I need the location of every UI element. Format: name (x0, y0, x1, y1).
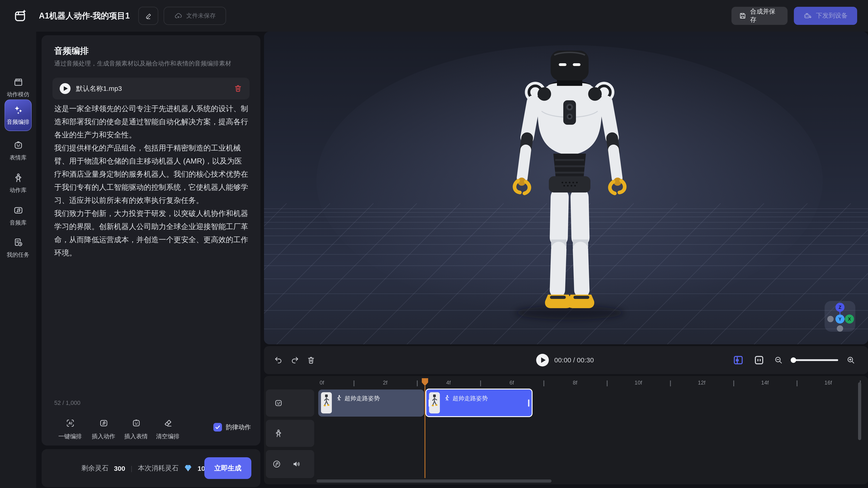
merge-save-label: 合成并保存 (750, 8, 780, 24)
app-logo-icon[interactable] (13, 8, 28, 24)
clip-trim-handle-left[interactable] (429, 399, 430, 407)
timeline-zoom-knob[interactable] (791, 357, 796, 363)
sidebar: 动作模仿 音频编排 表情库 动作库 音频库 (0, 32, 36, 488)
task-list-icon (13, 237, 23, 248)
sidebar-label: 我的任务 (0, 251, 36, 259)
delete-clip-button[interactable] (307, 356, 315, 365)
ruler-tick (797, 381, 797, 386)
motion-note-icon (99, 418, 108, 428)
ruler-tick (417, 381, 417, 386)
deploy-to-device-button[interactable]: 下发到设备 (794, 7, 857, 25)
ruler-tick (733, 381, 734, 386)
char-count: 52 / 1,000 (54, 399, 81, 406)
playback-toolbar: 00:00 / 00:30 (264, 346, 868, 374)
play-audio-button[interactable] (60, 83, 70, 94)
orientation-gizmo[interactable]: Z X Y (825, 301, 855, 332)
ruler-label: 6f (509, 380, 514, 386)
ruler-label: 0f (320, 380, 324, 386)
delete-audio-button[interactable] (234, 84, 242, 93)
sidebar-item-my-tasks[interactable]: 我的任务 (0, 237, 36, 259)
insert-expression-button[interactable]: 插入表情 (123, 418, 149, 441)
merge-save-button[interactable]: 合成并保存 (732, 7, 787, 25)
robot-face-icon (13, 140, 23, 151)
tool-label: 插入动作 (90, 432, 117, 441)
script-paragraph: 我们致力于创新，大力投资于研发，以突破人机协作和机器学习的界限。创新机器人公司助… (54, 207, 249, 259)
remaining-stones-value: 300 (114, 464, 125, 472)
track-header-motion[interactable] (266, 420, 314, 447)
walking-person-icon (336, 394, 342, 401)
timeline-panel: 0f 2f 4f 6f 8f 10f 12f 14f 16f (264, 376, 868, 484)
script-text-area[interactable]: 这是一家全球领先的公司专注于先进机器人系统的设计、制造和部署我们的使命是通过智能… (54, 102, 249, 259)
cloud-x-icon (174, 11, 183, 20)
viewport-scene (264, 32, 868, 344)
sidebar-item-motion-library[interactable]: 动作库 (0, 173, 36, 194)
redo-button[interactable] (290, 356, 299, 365)
project-title: A1机器人动作-我的项目1 (39, 0, 130, 32)
zoom-in-icon[interactable] (846, 356, 855, 365)
ruler-label: 2f (383, 380, 388, 386)
sidebar-label: 动作模仿 (0, 91, 36, 98)
clear-arrange-button[interactable]: 清空编排 (155, 418, 181, 441)
top-bar: A1机器人动作-我的项目1 文件未保存 合成并保存 下发到设备 (0, 0, 868, 32)
script-paragraph: 这是一家全球领先的公司专注于先进机器人系统的设计、制造和部署我们的使命是通过智能… (54, 102, 249, 141)
ruler-tick (670, 381, 671, 386)
panel-title: 音频编排 (54, 45, 89, 57)
ruler-label: 10f (634, 380, 642, 386)
track-header-expression[interactable] (266, 390, 314, 417)
timeline-zoom-slider[interactable] (793, 359, 838, 361)
ruler-tick (480, 381, 481, 386)
clip-trim-handle-right[interactable] (528, 399, 529, 407)
script-paragraph: 我们提供样化的产品组合，包括用于精密制造的工业机械臂、用于物流和仓储的自主移动机… (54, 141, 249, 207)
generate-now-label: 立即生成 (214, 464, 241, 473)
generate-footer: 剩余灵石 300 | 本次消耗灵石 10 立即生成 (41, 449, 260, 487)
sidebar-item-expression-library[interactable]: 表情库 (0, 140, 36, 162)
clip-thumbnail (321, 392, 332, 414)
motion-clip-1[interactable]: 超帅走路姿势 (318, 390, 424, 417)
music-library-icon (13, 205, 23, 216)
ruler-label: 16f (825, 380, 832, 386)
timecode: 00:00 / 00:30 (554, 346, 594, 374)
playhead-handle[interactable] (422, 378, 428, 386)
axis-negative-x-handle[interactable] (827, 316, 834, 322)
ruler-tick (353, 381, 354, 386)
motion-clip-2-selected[interactable]: 超帅走路姿势 (426, 389, 532, 417)
clip-thumbnail (429, 392, 440, 414)
robot-3d-viewport[interactable]: Z X Y (264, 32, 868, 344)
axis-negative-z-handle[interactable] (837, 325, 843, 332)
one-click-arrange-button[interactable]: AI 一键编排 (57, 418, 83, 441)
rhythm-motion-checkbox[interactable] (213, 423, 222, 431)
audio-arrange-panel: 音频编排 通过音频处理，生成音频素材以及融合动作和表情的音频编排素材 默认名称1… (41, 35, 260, 446)
clapperboard-icon (13, 77, 23, 87)
svg-text:Z: Z (839, 305, 841, 310)
track-header-audio[interactable] (266, 450, 314, 478)
timeline-vertical-scrollbar[interactable] (858, 382, 861, 440)
svg-text:X: X (848, 317, 851, 322)
sidebar-item-audio-arrange[interactable]: 音频编排 (4, 99, 32, 131)
app-window: A1机器人动作-我的项目1 文件未保存 合成并保存 下发到设备 (0, 0, 868, 488)
generate-now-button[interactable]: 立即生成 (204, 457, 251, 479)
audio-file-name: 默认名称1.mp3 (76, 78, 122, 99)
ruler-label: 4f (446, 380, 451, 386)
ruler-label: 8f (573, 380, 577, 386)
sidebar-item-audio-library[interactable]: 音频库 (0, 205, 36, 227)
rename-project-button[interactable] (138, 7, 158, 25)
zoom-out-icon[interactable] (774, 356, 783, 365)
undo-button[interactable] (274, 356, 283, 365)
ruler-label: 12f (698, 380, 705, 386)
timeline-horizontal-scrollbar[interactable] (316, 480, 552, 483)
svg-text:Y: Y (838, 317, 842, 322)
save-status-button[interactable]: 文件未保存 (164, 7, 226, 25)
smile-box-icon (131, 418, 141, 428)
tool-label: 清空编排 (155, 432, 181, 441)
play-button[interactable] (536, 354, 549, 366)
track-view-toggle[interactable] (733, 354, 744, 366)
sidebar-label: 音频库 (0, 219, 36, 227)
ruler-label: 14f (761, 380, 769, 386)
rhythm-motion-label: 韵律动作 (225, 423, 251, 431)
person-icon (274, 429, 283, 438)
speaker-icon[interactable] (292, 459, 301, 468)
sidebar-item-motion-mimic[interactable]: 动作模仿 (0, 77, 36, 98)
insert-motion-button[interactable]: 插入动作 (90, 418, 117, 441)
fit-timeline-button[interactable] (753, 354, 765, 366)
audio-file-chip[interactable]: 默认名称1.mp3 (53, 78, 250, 99)
